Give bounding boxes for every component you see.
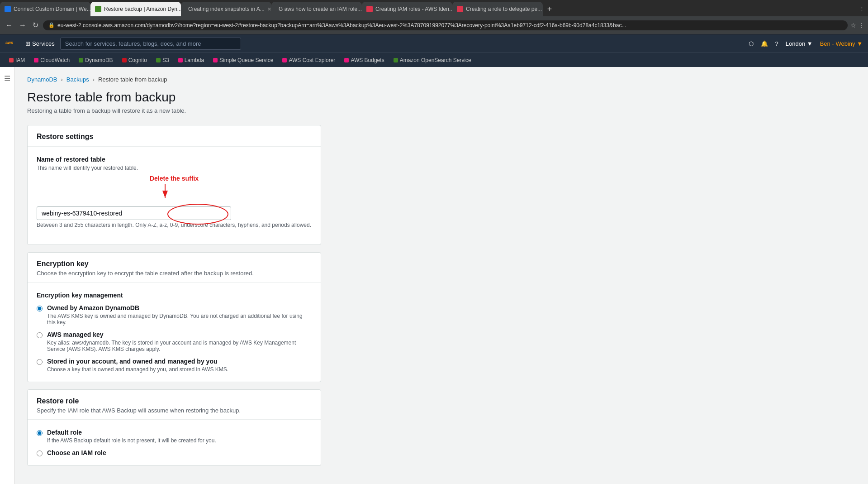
name-form-group: Name of restored table This name will id… xyxy=(37,156,312,228)
tab-restore-backup[interactable]: Restore backup | Amazon Dyn... ✕ xyxy=(90,2,181,16)
svg-text:aws: aws xyxy=(5,40,13,45)
bookmark-lambda[interactable]: Lambda xyxy=(175,56,208,65)
restore-role-body: Default role If the AWS Backup default r… xyxy=(28,420,321,465)
new-tab-button[interactable]: + xyxy=(543,2,556,16)
restore-role-title: Restore role xyxy=(37,397,312,405)
bookmark-sqs[interactable]: Simple Queue Service xyxy=(209,56,277,65)
breadcrumb: DynamoDB › Backups › Restore table from … xyxy=(27,76,855,83)
bookmark-iam-label: IAM xyxy=(15,57,25,63)
tab-extras: ⋮ xyxy=(556,2,868,16)
page-subtitle: Restoring a table from a backup will res… xyxy=(27,107,855,114)
encryption-option-aws-managed: AWS managed key Key alias: aws/dynamodb.… xyxy=(37,331,312,352)
tab-creating-index[interactable]: Creating index snapshots in A... ✕ xyxy=(181,2,271,16)
encryption-option-stored-content: Stored in your account, and owned and ma… xyxy=(47,358,228,373)
help-icon[interactable]: ? xyxy=(775,40,778,47)
tab-favicon-delegate xyxy=(457,6,463,12)
annotation-wrapper: Delete the suffix xyxy=(37,175,312,220)
url-box[interactable]: 🔒 eu-west-2.console.aws.amazon.com/dynam… xyxy=(43,20,848,30)
breadcrumb-backups[interactable]: Backups xyxy=(66,76,89,83)
services-menu-button[interactable]: ⊞ Services xyxy=(25,40,55,47)
encryption-label-aws-managed[interactable]: AWS managed key xyxy=(47,331,104,338)
encryption-desc-stored: Choose a key that is owned and managed b… xyxy=(47,366,228,373)
restore-role-label-default[interactable]: Default role xyxy=(47,429,82,436)
bookmark-cloudwatch-label: CloudWatch xyxy=(40,57,70,63)
bookmark-opensearch[interactable]: Amazon OpenSearch Service xyxy=(390,56,475,65)
bookmark-budgets-label: AWS Budgets xyxy=(351,57,384,63)
table-name-input[interactable] xyxy=(37,206,231,220)
cloud-shell-icon[interactable]: ⬡ xyxy=(749,40,754,47)
encryption-radio-aws-managed[interactable] xyxy=(37,332,43,338)
bookmark-opensearch-label: Amazon OpenSearch Service xyxy=(400,57,471,63)
region-selector[interactable]: London ▼ xyxy=(786,40,813,47)
bookmark-budgets[interactable]: AWS Budgets xyxy=(341,56,388,65)
user-label: Ben - Webiny xyxy=(820,40,855,47)
grid-icon: ⊞ xyxy=(25,40,30,47)
tab-creating-iam[interactable]: Creating IAM roles - AWS Iden... ✕ xyxy=(362,2,452,16)
encryption-radio-group: Owned by Amazon DynamoDB The AWS KMS key… xyxy=(37,304,312,373)
lock-icon: 🔒 xyxy=(48,22,55,28)
encryption-management-label: Encryption key management xyxy=(37,292,312,299)
encryption-option-owned-content: Owned by Amazon DynamoDB The AWS KMS key… xyxy=(47,304,312,326)
more-icon[interactable]: ⋮ xyxy=(858,22,864,29)
name-label: Name of restored table xyxy=(37,156,312,163)
bookmark-cognito[interactable]: Cognito xyxy=(119,56,151,65)
bookmark-cloudwatch[interactable]: CloudWatch xyxy=(30,56,73,65)
encryption-option-stored: Stored in your account, and owned and ma… xyxy=(37,358,312,373)
bookmark-iam[interactable]: IAM xyxy=(5,56,28,65)
back-button[interactable]: ← xyxy=(4,19,14,31)
encryption-desc-aws-managed: Key alias: aws/dynamodb. The key is stor… xyxy=(47,340,312,352)
cost-explorer-dot xyxy=(282,58,287,62)
encryption-label-owned[interactable]: Owned by Amazon DynamoDB xyxy=(47,304,139,311)
opensearch-dot xyxy=(394,58,398,62)
reload-button[interactable]: ↻ xyxy=(31,19,40,31)
lambda-dot xyxy=(178,58,183,62)
tab-aws-iam[interactable]: G aws how to create an IAM role... ✕ xyxy=(271,2,362,16)
notifications-icon[interactable]: 🔔 xyxy=(761,40,768,47)
tab-delegate[interactable]: Creating a role to delegate pe... ✕ xyxy=(452,2,543,16)
encryption-key-card: Encryption key Choose the encryption key… xyxy=(27,252,321,382)
restore-settings-header: Restore settings xyxy=(28,125,321,147)
restore-role-radio-group: Default role If the AWS Backup default r… xyxy=(37,429,312,456)
restore-role-radio-default[interactable] xyxy=(37,430,43,436)
tab-close-creating-index[interactable]: ✕ xyxy=(267,6,271,12)
bookmark-lambda-label: Lambda xyxy=(185,57,204,63)
browser-chrome: Connect Custom Domain | We... ✕ Restore … xyxy=(0,0,868,34)
bookmark-icon[interactable]: ☆ xyxy=(850,22,856,29)
restore-settings-body: Name of restored table This name will id… xyxy=(28,147,321,244)
forward-button[interactable]: → xyxy=(17,19,28,31)
bookmark-s3[interactable]: S3 xyxy=(152,56,173,65)
tab-label-delegate: Creating a role to delegate pe... xyxy=(466,6,542,12)
s3-dot xyxy=(156,58,161,62)
encryption-label-stored[interactable]: Stored in your account, and owned and ma… xyxy=(47,358,218,365)
tab-label-creating-iam: Creating IAM roles - AWS Iden... xyxy=(375,6,452,12)
restore-role-label-iam[interactable]: Choose an IAM role xyxy=(47,449,106,456)
table-name-input-wrapper xyxy=(37,206,231,220)
aws-logo: aws xyxy=(5,38,20,49)
user-menu[interactable]: Ben - Webiny ▼ xyxy=(820,40,863,47)
page-title: Restore table from backup xyxy=(27,90,855,105)
restore-role-radio-iam[interactable] xyxy=(37,450,43,456)
encryption-radio-stored[interactable] xyxy=(37,359,43,365)
bookmark-cost-explorer-label: AWS Cost Explorer xyxy=(289,57,335,63)
bookmark-cognito-label: Cognito xyxy=(128,57,147,63)
restore-role-desc-default: If the AWS Backup default role is not pr… xyxy=(47,437,216,444)
address-bar: ← → ↻ 🔒 eu-west-2.console.aws.amazon.com… xyxy=(0,16,868,34)
services-label: Services xyxy=(32,40,55,47)
aws-search-box xyxy=(60,38,241,50)
user-arrow: ▼ xyxy=(857,40,863,47)
tab-bar: Connect Custom Domain | We... ✕ Restore … xyxy=(0,0,868,16)
aws-top-right: ⬡ 🔔 ? London ▼ Ben - Webiny ▼ xyxy=(749,40,863,47)
side-nav-toggle[interactable]: ☰ xyxy=(0,67,14,484)
breadcrumb-current: Restore table from backup xyxy=(98,76,167,83)
region-label: London xyxy=(786,40,805,47)
encryption-radio-owned[interactable] xyxy=(37,306,43,311)
bookmark-cost-explorer[interactable]: AWS Cost Explorer xyxy=(279,56,339,65)
bookmark-dynamodb[interactable]: DynamoDB xyxy=(75,56,116,65)
breadcrumb-dynamodb[interactable]: DynamoDB xyxy=(27,76,57,83)
aws-search-input[interactable] xyxy=(60,38,241,50)
tab-custom-domain[interactable]: Connect Custom Domain | We... ✕ xyxy=(0,2,90,16)
dynamodb-dot xyxy=(79,58,83,62)
tab-favicon-creating-iam xyxy=(366,6,373,12)
name-hint: This name will identify your restored ta… xyxy=(37,165,312,171)
annotation-group: Delete the suffix xyxy=(150,175,199,200)
